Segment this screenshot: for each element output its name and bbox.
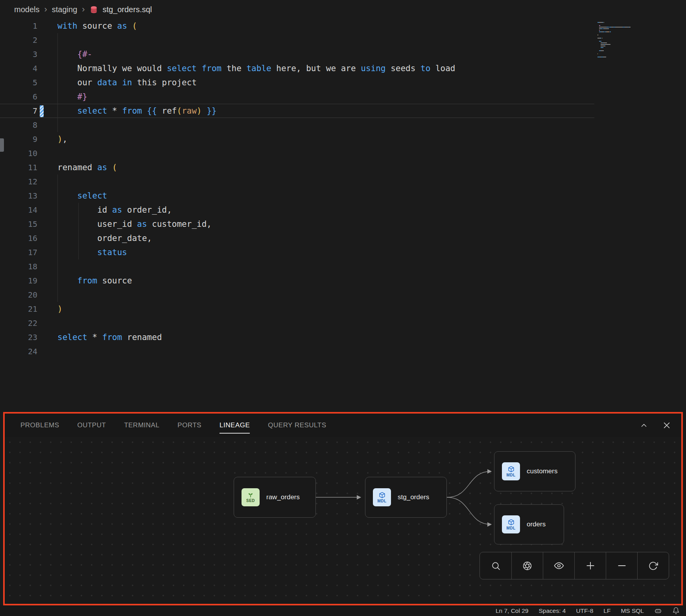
code-line-2[interactable]: 2 xyxy=(0,33,594,47)
line-number[interactable]: 17 xyxy=(0,245,37,259)
code-line-10[interactable]: 10 xyxy=(0,146,594,160)
line-number[interactable]: 20 xyxy=(0,288,37,302)
line-number[interactable]: 5 xyxy=(0,75,37,90)
line-number[interactable]: 18 xyxy=(0,259,37,274)
code-line-8[interactable]: 8 xyxy=(0,118,594,132)
code-line-13[interactable]: 13 select xyxy=(0,189,594,203)
refresh-icon[interactable] xyxy=(637,552,669,579)
code-line-7[interactable]: 7 select * from {{ ref(raw) }} xyxy=(0,104,594,118)
code-line-6[interactable]: 6 #} xyxy=(0,90,594,104)
zoom-out-icon[interactable] xyxy=(606,552,637,579)
line-number[interactable]: 9 xyxy=(0,132,37,146)
code-line-23[interactable]: 23select * from renamed xyxy=(0,330,594,344)
line-number[interactable]: 3 xyxy=(0,47,37,61)
line-number[interactable]: 15 xyxy=(0,217,37,231)
status-utf-8[interactable]: UTF-8 xyxy=(576,607,593,614)
code-text: {#- xyxy=(57,47,92,61)
lineage-node-raw_orders[interactable]: SEDraw_orders xyxy=(234,477,316,518)
line-number[interactable]: 12 xyxy=(0,175,37,189)
database-icon xyxy=(90,6,98,14)
indent-guide xyxy=(57,33,58,132)
active-line-marker xyxy=(40,105,44,117)
lineage-node-customers[interactable]: MDLcustomers xyxy=(494,451,575,491)
line-number[interactable]: 21 xyxy=(0,302,37,316)
line-number[interactable]: 7 xyxy=(0,104,37,118)
code-line-12[interactable]: 12 xyxy=(0,175,594,189)
code-line-15[interactable]: 15 user_id as customer_id, xyxy=(0,217,594,231)
minimap[interactable] xyxy=(597,20,669,61)
status-lf[interactable]: LF xyxy=(603,607,610,614)
lineage-node-orders[interactable]: MDLorders xyxy=(494,504,564,544)
panel-tab-terminal[interactable]: TERMINAL xyxy=(124,414,159,437)
status-ln-7-col-29[interactable]: Ln 7, Col 29 xyxy=(496,607,529,614)
code-lines: 1with source as (23 {#-4 Normally we wou… xyxy=(0,19,686,359)
line-number[interactable]: 2 xyxy=(0,33,37,47)
code-line-19[interactable]: 19 from source xyxy=(0,274,594,288)
line-number[interactable]: 10 xyxy=(0,146,37,160)
code-text: status xyxy=(57,245,127,259)
code-line-14[interactable]: 14 id as order_id, xyxy=(0,203,594,217)
code-text: Normally we would select from the table … xyxy=(57,61,455,75)
line-number[interactable]: 16 xyxy=(0,231,37,245)
line-number[interactable]: 24 xyxy=(0,344,37,359)
code-line-11[interactable]: 11renamed as ( xyxy=(0,160,594,175)
status-ms-sql[interactable]: MS SQL xyxy=(621,607,644,614)
breadcrumb-file[interactable]: stg_orders.sql xyxy=(103,5,152,14)
search-icon[interactable] xyxy=(480,552,511,579)
line-number[interactable]: 1 xyxy=(0,19,37,33)
code-line-1[interactable]: 1with source as ( xyxy=(0,19,594,33)
node-label: customers xyxy=(527,467,557,475)
line-number[interactable]: 22 xyxy=(0,316,37,330)
line-number[interactable]: 23 xyxy=(0,330,37,344)
node-badge: MDL xyxy=(507,526,516,530)
code-line-24[interactable]: 24 xyxy=(0,344,594,359)
line-number[interactable]: 4 xyxy=(0,61,37,75)
code-line-17[interactable]: 17 status xyxy=(0,245,594,259)
code-text: #} xyxy=(57,90,87,104)
panel-tab-query-results[interactable]: QUERY RESULTS xyxy=(268,414,326,437)
breadcrumb-models[interactable]: models xyxy=(14,5,39,14)
close-icon[interactable] xyxy=(662,421,671,430)
seed-icon: SED xyxy=(242,488,260,506)
panel-tab-bar: PROBLEMSOUTPUTTERMINALPORTSLINEAGEQUERY … xyxy=(5,414,681,437)
node-badge: MDL xyxy=(507,473,516,477)
chevron-up-icon[interactable] xyxy=(640,421,648,430)
line-number[interactable]: 8 xyxy=(0,118,37,132)
line-number[interactable]: 13 xyxy=(0,189,37,203)
node-badge: SED xyxy=(246,498,255,503)
line-number[interactable]: 19 xyxy=(0,274,37,288)
line-number[interactable]: 6 xyxy=(0,90,37,104)
code-line-9[interactable]: 9), xyxy=(0,132,594,146)
code-line-20[interactable]: 20 xyxy=(0,288,594,302)
chevron-right-icon: › xyxy=(44,4,47,15)
code-editor[interactable]: 1with source as (23 {#-4 Normally we wou… xyxy=(0,19,686,412)
lineage-canvas[interactable]: SEDraw_ordersMDLstg_ordersMDLcustomersMD… xyxy=(5,437,681,604)
lineage-toolbar xyxy=(479,552,669,579)
zoom-in-icon[interactable] xyxy=(574,552,606,579)
panel-tab-ports[interactable]: PORTS xyxy=(177,414,201,437)
panel-actions xyxy=(640,421,671,430)
code-line-16[interactable]: 16 order_date, xyxy=(0,231,594,245)
status-spaces-4[interactable]: Spaces: 4 xyxy=(538,607,566,614)
panel-tab-lineage[interactable]: LINEAGE xyxy=(219,414,250,437)
panel-tab-problems[interactable]: PROBLEMS xyxy=(20,414,59,437)
eye-icon[interactable] xyxy=(543,552,574,579)
panel-tab-output[interactable]: OUTPUT xyxy=(77,414,106,437)
line-number[interactable]: 11 xyxy=(0,160,37,175)
code-line-18[interactable]: 18 xyxy=(0,259,594,274)
line-number[interactable]: 14 xyxy=(0,203,37,217)
code-line-5[interactable]: 5 our data in this project xyxy=(0,75,594,90)
code-text: renamed as ( xyxy=(57,160,117,175)
editor-left-marker xyxy=(0,138,4,152)
lineage-node-stg_orders[interactable]: MDLstg_orders xyxy=(365,477,447,518)
code-line-3[interactable]: 3 {#- xyxy=(0,47,594,61)
copilot-icon[interactable] xyxy=(654,607,662,615)
bell-icon[interactable] xyxy=(672,607,680,614)
code-text: select * from renamed xyxy=(57,330,162,344)
model-icon: MDL xyxy=(373,488,391,506)
code-line-4[interactable]: 4 Normally we would select from the tabl… xyxy=(0,61,594,75)
code-line-21[interactable]: 21) xyxy=(0,302,594,316)
code-line-22[interactable]: 22 xyxy=(0,316,594,330)
aperture-icon[interactable] xyxy=(511,552,543,579)
breadcrumb-staging[interactable]: staging xyxy=(52,5,77,14)
